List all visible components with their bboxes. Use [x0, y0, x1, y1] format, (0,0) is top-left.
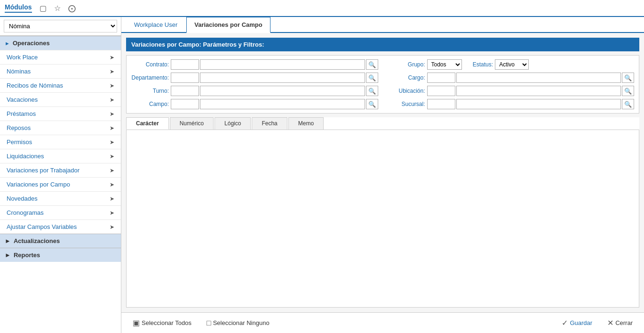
departamento-input-name[interactable]: [200, 73, 365, 83]
sidebar-items-operaciones: Work Place ➤ Nóminas ➤ Recibos de Nómina…: [0, 50, 121, 234]
main-layout: Nómina ► Operaciones Work Place ➤ Nómina…: [0, 17, 644, 333]
inner-tab-memo[interactable]: Memo: [288, 117, 324, 130]
sidebar-item-vacaciones-label: Vacaciones: [7, 96, 38, 103]
grupo-select[interactable]: Todos Grupo 1 Grupo 2: [427, 59, 462, 70]
seleccionar-ninguno-button[interactable]: □ Seleccionar Ninguno: [203, 317, 273, 329]
sidebar-item-variaciones-trabajador[interactable]: Variaciones por Trabajador ➤: [0, 163, 121, 177]
turno-input-group: 🔍: [171, 86, 378, 96]
inner-tabs-bar: Carácter Numérico Lógico Fecha Memo: [126, 117, 639, 130]
sidebar-item-prestamos[interactable]: Préstamos ➤: [0, 106, 121, 121]
turno-input-code[interactable]: [171, 86, 199, 96]
sidebar-item-variaciones-campo[interactable]: Variaciones por Campo ➤: [0, 177, 121, 191]
liquidaciones-arrow-icon: ➤: [110, 153, 114, 160]
modules-title: Módulos: [5, 3, 32, 13]
sidebar-item-vacaciones[interactable]: Vacaciones ➤: [0, 92, 121, 106]
sidebar-section-reportes[interactable]: ► Reportes: [0, 248, 121, 262]
inner-tab-caracter-label: Carácter: [136, 120, 159, 127]
campo-search-button[interactable]: 🔍: [366, 99, 378, 109]
campo-input-group: 🔍: [171, 99, 378, 109]
inner-tab-numerico[interactable]: Numérico: [170, 117, 214, 130]
actualizaciones-arrow-icon: ►: [5, 237, 11, 244]
sidebar-section-operaciones-label: Operaciones: [13, 40, 50, 47]
sidebar-item-liquidaciones[interactable]: Liquidaciones ➤: [0, 149, 121, 163]
form-header: Variaciones por Campo: Parámetros y Filt…: [126, 38, 639, 51]
content-area: Workplace User Variaciones por Campo Var…: [121, 17, 644, 333]
var-campo-arrow-icon: ➤: [110, 181, 114, 188]
ajustar-arrow-icon: ➤: [110, 224, 114, 230]
nominas-arrow-icon: ➤: [110, 68, 114, 75]
form-area: Variaciones por Campo: Parámetros y Filt…: [121, 33, 644, 312]
filter-turno-row: Turno: 🔍: [131, 86, 378, 96]
seleccionar-todos-label: Seleccionar Todos: [142, 319, 191, 326]
sidebar-item-nominas[interactable]: Nóminas ➤: [0, 64, 121, 78]
monitor-icon[interactable]: ▢: [40, 4, 47, 13]
sucursal-input-group: 🔍: [427, 99, 635, 109]
sidebar-item-permisos[interactable]: Permisos ➤: [0, 135, 121, 149]
sucursal-label: Sucursal:: [388, 101, 425, 107]
sidebar-item-recibos[interactable]: Recibos de Nóminas ➤: [0, 78, 121, 92]
campo-input-name[interactable]: [200, 99, 365, 109]
module-dropdown-wrapper: Nómina: [0, 17, 121, 36]
seleccionar-todos-button[interactable]: ▣ Seleccionar Todos: [129, 317, 195, 329]
top-bar: Módulos ▢ ☆ ⨀: [0, 0, 644, 17]
reposos-arrow-icon: ➤: [110, 125, 114, 131]
filter-ubicacion-row: Ubicación: 🔍: [388, 86, 635, 96]
cronogramas-arrow-icon: ➤: [110, 210, 114, 216]
guardar-label: Guardar: [570, 319, 592, 326]
inner-tab-caracter[interactable]: Carácter: [126, 117, 169, 130]
ubicacion-input-code[interactable]: [427, 86, 455, 96]
contrato-search-button[interactable]: 🔍: [366, 59, 378, 70]
inner-tab-logico[interactable]: Lógico: [215, 117, 251, 130]
sucursal-search-button[interactable]: 🔍: [622, 99, 634, 109]
departamento-search-button[interactable]: 🔍: [366, 73, 378, 83]
sidebar-section-actualizaciones[interactable]: ► Actualizaciones: [0, 234, 121, 248]
estatus-select[interactable]: Activo Inactivo Todos: [495, 59, 529, 70]
guardar-button[interactable]: ✓ Guardar: [558, 317, 596, 329]
inner-tab-memo-label: Memo: [298, 120, 314, 127]
tab-workplace-user[interactable]: Workplace User: [126, 17, 185, 32]
sidebar-item-novedades[interactable]: Novedades ➤: [0, 191, 121, 205]
filter-sucursal-row: Sucursal: 🔍: [388, 99, 635, 109]
grid-icon[interactable]: ⨀: [68, 4, 76, 13]
tab-variaciones-campo-label: Variaciones por Campo: [194, 21, 262, 28]
sidebar-item-reposos[interactable]: Reposos ➤: [0, 121, 121, 135]
filter-grid: Contrato: 🔍 Grupo: Todos Grupo 1 Grupo 2: [126, 55, 639, 114]
cargo-input-name[interactable]: [456, 73, 621, 83]
var-trab-arrow-icon: ➤: [110, 167, 114, 174]
estatus-label: Estatus:: [467, 61, 493, 68]
sidebar-item-workplace[interactable]: Work Place ➤: [0, 50, 121, 64]
star-icon[interactable]: ☆: [54, 4, 61, 13]
tab-variaciones-campo[interactable]: Variaciones por Campo: [186, 17, 270, 33]
sidebar: Nómina ► Operaciones Work Place ➤ Nómina…: [0, 17, 121, 333]
sidebar-item-cronogramas[interactable]: Cronogramas ➤: [0, 205, 121, 219]
campo-input-code[interactable]: [171, 99, 199, 109]
campo-label: Campo:: [131, 101, 169, 107]
departamento-label: Departamento:: [131, 74, 169, 81]
sidebar-section-operaciones[interactable]: ► Operaciones: [0, 36, 121, 50]
module-select[interactable]: Nómina: [4, 20, 117, 32]
turno-input-name[interactable]: [200, 86, 365, 96]
vacaciones-arrow-icon: ➤: [110, 97, 114, 103]
contrato-input-code[interactable]: [171, 59, 199, 70]
ubicacion-input-name[interactable]: [456, 86, 621, 96]
turno-search-button[interactable]: 🔍: [366, 86, 378, 96]
ubicacion-input-group: 🔍: [427, 86, 635, 96]
sidebar-item-liquidaciones-label: Liquidaciones: [7, 153, 44, 160]
cargo-search-button[interactable]: 🔍: [622, 73, 634, 83]
sucursal-input-code[interactable]: [427, 99, 455, 109]
contrato-input-group: 🔍: [171, 59, 378, 70]
inner-tab-section: Carácter Numérico Lógico Fecha Memo: [126, 117, 639, 308]
sucursal-input-name[interactable]: [456, 99, 621, 109]
departamento-input-code[interactable]: [171, 73, 199, 83]
contrato-input-name[interactable]: [200, 59, 365, 70]
cerrar-button[interactable]: ✕ Cerrar: [604, 317, 636, 329]
operaciones-arrow-icon: ►: [5, 41, 10, 46]
sidebar-item-cronogramas-label: Cronogramas: [7, 209, 44, 216]
inner-tab-fecha[interactable]: Fecha: [252, 117, 287, 130]
seleccionar-ninguno-label: Seleccionar Ninguno: [213, 319, 270, 326]
sidebar-item-ajustar[interactable]: Ajustar Campos Variables ➤: [0, 219, 121, 234]
cargo-input-code[interactable]: [427, 73, 455, 83]
sidebar-section-actualizaciones-label: Actualizaciones: [14, 237, 60, 244]
sidebar-item-workplace-label: Work Place: [7, 54, 38, 61]
ubicacion-search-button[interactable]: 🔍: [622, 86, 634, 96]
